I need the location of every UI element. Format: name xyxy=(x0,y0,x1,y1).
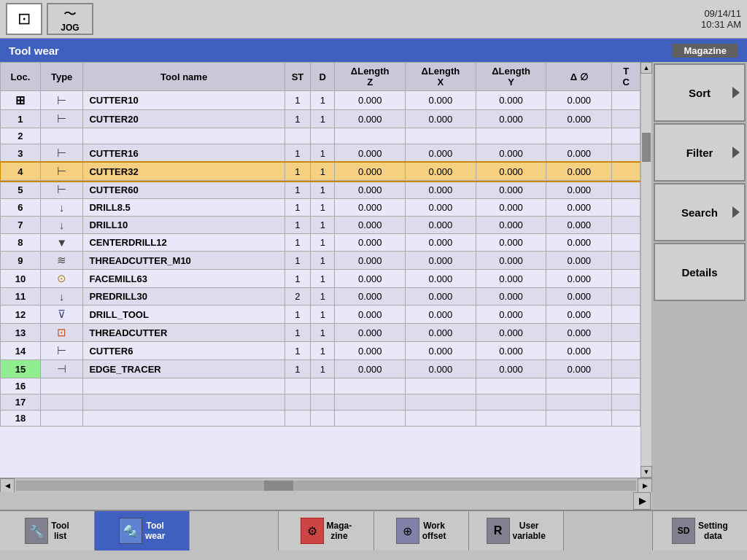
cell-st: 1 xyxy=(285,181,310,199)
nav-tool-list[interactable]: 🔧 Toollist xyxy=(0,511,95,551)
table-row[interactable]: 11↓PREDRILL30210.0000.0000.0000.000 xyxy=(1,288,640,306)
table-row[interactable]: 3⊢CUTTER16110.0000.0000.0000.000 xyxy=(1,144,640,163)
cell-name: CUTTER6 xyxy=(83,342,285,360)
cell-dlx: 0.000 xyxy=(406,342,476,360)
cell-st: 1 xyxy=(285,360,310,378)
col-dlz: ΔLengthZ xyxy=(335,63,406,91)
table-row[interactable]: 17 xyxy=(1,394,640,411)
table-row[interactable]: 12⊽DRILL_TOOL110.0000.0000.0000.000 xyxy=(1,306,640,324)
cell-d: 1 xyxy=(311,306,335,324)
table-row[interactable]: 10⊙FACEMILL63110.0000.0000.0000.000 xyxy=(1,270,640,288)
scroll-thumb[interactable] xyxy=(642,133,651,162)
cell-dd: 0.000 xyxy=(546,110,612,128)
cell-dly xyxy=(476,411,546,427)
table-row[interactable]: 5⊢CUTTER60110.0000.0000.0000.000 xyxy=(1,181,640,199)
cell-dd: 0.000 xyxy=(546,342,612,360)
cell-d: 1 xyxy=(311,181,335,199)
cell-type: ⊡ xyxy=(40,324,83,342)
cell-dlz: 0.000 xyxy=(335,252,406,270)
col-dlx: ΔLengthX xyxy=(406,63,476,91)
magazine-label: Maga-zine xyxy=(327,521,352,542)
cell-dd: 0.000 xyxy=(546,306,612,324)
table-row[interactable]: 18 xyxy=(1,411,640,427)
table-row[interactable]: 1⊢CUTTER20110.0000.0000.0000.000 xyxy=(1,110,640,128)
cell-dlz xyxy=(335,411,406,427)
filter-button[interactable]: Filter xyxy=(654,123,746,182)
jog-button[interactable]: 〜 JOG xyxy=(47,3,93,35)
cell-type: ⊢ xyxy=(40,91,83,110)
table-row[interactable]: 4⊢CUTTER32110.0000.0000.0000.000 xyxy=(1,163,640,181)
work-offset-label: Workoffset xyxy=(422,521,446,542)
nav-setting-data[interactable]: SD Settingdata xyxy=(653,511,747,551)
table-row[interactable]: ⊞⊢CUTTER10110.0000.0000.0000.000 xyxy=(1,91,640,110)
table-row[interactable]: 16 xyxy=(1,378,640,394)
cell-type xyxy=(40,378,83,394)
cell-loc: 15 xyxy=(1,360,41,378)
cell-dlz: 0.000 xyxy=(335,110,406,128)
nav-tool-wear[interactable]: 🔩 Toolwear xyxy=(95,511,190,551)
nav-user-variable[interactable]: R Uservariable xyxy=(469,511,564,551)
nav-work-offset[interactable]: ⊕ Workoffset xyxy=(374,511,469,551)
col-dly: ΔLengthY xyxy=(476,63,546,91)
cell-dlx xyxy=(406,378,476,394)
cell-dlx: 0.000 xyxy=(406,288,476,306)
cell-d xyxy=(311,128,335,144)
table-row[interactable]: 15⊣EDGE_TRACER110.0000.0000.0000.000 xyxy=(1,360,640,378)
cell-d: 1 xyxy=(311,91,335,110)
cell-dd: 0.000 xyxy=(546,360,612,378)
scroll-up-btn[interactable]: ▲ xyxy=(640,62,652,74)
cell-dly: 0.000 xyxy=(476,306,546,324)
arrow-row: ▶ xyxy=(0,492,652,510)
cell-st: 1 xyxy=(285,110,310,128)
cell-tc xyxy=(612,217,640,234)
forward-arrow-btn[interactable]: ▶ xyxy=(633,492,651,510)
details-button[interactable]: Details xyxy=(654,243,746,301)
table-row[interactable]: 9≋THREADCUTTER_M10110.0000.0000.0000.000 xyxy=(1,252,640,270)
table-row[interactable]: 8▼CENTERDRILL12110.0000.0000.0000.000 xyxy=(1,234,640,252)
cell-loc: 9 xyxy=(1,252,41,270)
cell-dly xyxy=(476,394,546,411)
main-area: Loc. Type Tool name ST D ΔLengthZ ΔLengt… xyxy=(0,62,747,510)
cell-d: 1 xyxy=(311,324,335,342)
cell-dly: 0.000 xyxy=(476,91,546,110)
cell-name: CUTTER60 xyxy=(83,181,285,199)
cell-type: ↓ xyxy=(40,288,83,306)
search-button[interactable]: Search xyxy=(654,183,746,241)
datetime: 09/14/1110:31 AM xyxy=(701,8,741,30)
cell-type: ↓ xyxy=(40,199,83,217)
cell-loc: 18 xyxy=(1,411,41,427)
sort-button[interactable]: Sort xyxy=(654,63,746,122)
table-row[interactable]: 14⊢CUTTER6110.0000.0000.0000.000 xyxy=(1,342,640,360)
cell-dly: 0.000 xyxy=(476,144,546,163)
cell-loc: 8 xyxy=(1,234,41,252)
cell-dly: 0.000 xyxy=(476,324,546,342)
col-loc: Loc. xyxy=(1,63,41,91)
magazine-tab[interactable]: Magazine xyxy=(672,44,738,58)
cell-dly xyxy=(476,128,546,144)
cell-st: 1 xyxy=(285,324,310,342)
cell-dlz: 0.000 xyxy=(335,324,406,342)
hscroll-bar[interactable]: ◀ ▶ xyxy=(0,478,652,492)
cell-tc xyxy=(612,306,640,324)
cell-type: ⊣ xyxy=(40,360,83,378)
hscroll-thumb[interactable] xyxy=(264,481,293,491)
cell-name: CUTTER32 xyxy=(83,163,285,181)
cell-type: ⊢ xyxy=(40,342,83,360)
scrollbar-vertical[interactable]: ▲ ▼ xyxy=(640,62,652,478)
cell-st: 1 xyxy=(285,270,310,288)
cell-loc: 14 xyxy=(1,342,41,360)
table-row[interactable]: 7↓DRILL10110.0000.0000.0000.000 xyxy=(1,217,640,234)
nav-magazine[interactable]: ⚙ Maga-zine xyxy=(279,511,374,551)
cell-tc xyxy=(612,394,640,411)
cell-dlz: 0.000 xyxy=(335,91,406,110)
cell-loc: 7 xyxy=(1,217,41,234)
hscroll-left-btn[interactable]: ◀ xyxy=(0,478,15,493)
cell-dd: 0.000 xyxy=(546,91,612,110)
cell-dd: 0.000 xyxy=(546,144,612,163)
hscroll-right-btn[interactable]: ▶ xyxy=(638,478,652,493)
scroll-track xyxy=(641,74,651,466)
scroll-down-btn[interactable]: ▼ xyxy=(640,466,652,478)
table-row[interactable]: 13⊡THREADCUTTER110.0000.0000.0000.000 xyxy=(1,324,640,342)
table-row[interactable]: 6↓DRILL8.5110.0000.0000.0000.000 xyxy=(1,199,640,217)
table-row[interactable]: 2 xyxy=(1,128,640,144)
